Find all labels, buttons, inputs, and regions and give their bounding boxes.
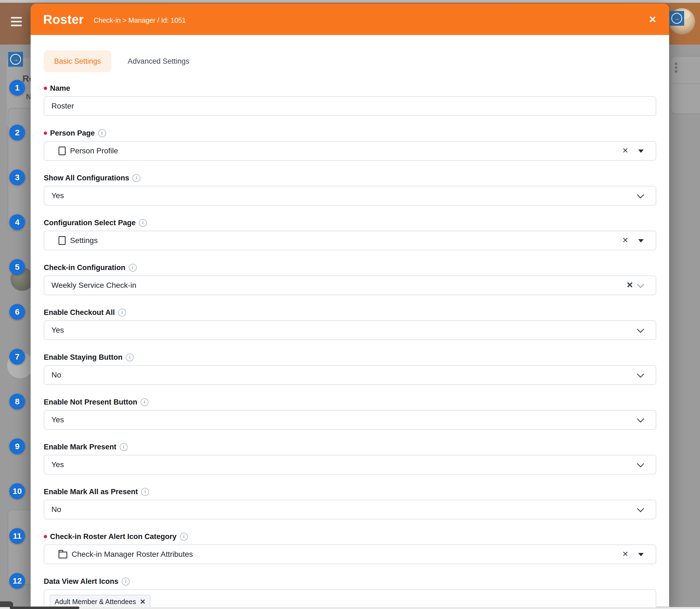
settings-tabs: Basic Settings Advanced Settings [44, 50, 656, 72]
info-icon[interactable]: i [120, 443, 128, 451]
enable-mark-all-as-present-select[interactable]: No [44, 500, 656, 519]
step-marker: 5 [9, 259, 25, 275]
clear-icon[interactable]: ✕ [622, 237, 628, 244]
step-marker: 1 [9, 80, 25, 96]
person-page-picker[interactable]: Person Profile ✕ [44, 141, 656, 161]
page-icon [58, 146, 66, 155]
modal-header: Roster Check-in > Manager / Id: 1051 ✕ [31, 3, 669, 35]
caret-down-icon[interactable] [638, 239, 644, 242]
required-dot [44, 535, 47, 538]
required-dot [44, 87, 47, 90]
chevron-down-icon [637, 326, 644, 333]
info-icon[interactable]: i [180, 533, 188, 541]
info-icon[interactable]: i [129, 264, 137, 272]
field-label: Name [50, 84, 70, 93]
folder-icon [58, 552, 67, 558]
modal-body: Basic Settings Advanced Settings 1 Name … [31, 35, 669, 609]
info-icon[interactable]: i [141, 488, 149, 496]
tour-step-badge: → [669, 11, 684, 26]
clear-icon[interactable]: ✕ [627, 281, 633, 289]
circle-arrow-right-icon: → [10, 54, 21, 65]
close-icon[interactable]: ✕ [649, 15, 657, 24]
caret-down-icon[interactable] [638, 553, 644, 556]
field-label: Check-in Configuration [44, 263, 125, 272]
chevron-down-icon [637, 460, 644, 467]
step-marker: 8 [9, 394, 25, 410]
name-input[interactable]: Roster [44, 96, 656, 116]
info-icon[interactable]: i [118, 309, 126, 316]
info-icon[interactable]: i [139, 219, 147, 227]
field-label: Enable Checkout All [44, 308, 115, 317]
step-marker: 9 [9, 438, 25, 454]
field-enable-staying-button: 7 Enable Staying Button i No [44, 353, 656, 385]
field-label: Enable Mark All as Present [44, 488, 138, 496]
chevron-down-icon [637, 281, 644, 288]
step-marker: 2 [9, 125, 25, 140]
browser-top-edge [0, 0, 700, 3]
enable-checkout-all-select[interactable]: Yes [44, 320, 656, 340]
enable-mark-present-select[interactable]: Yes [44, 455, 656, 474]
kebab-menu-icon [675, 63, 677, 74]
clear-icon[interactable]: ✕ [622, 147, 628, 154]
field-person-page: 2 Person Page i Person Profile ✕ [44, 128, 656, 161]
horizontal-scrollbar-thumb[interactable] [10, 607, 79, 609]
step-marker: 3 [9, 170, 25, 185]
enable-not-present-button-select[interactable]: Yes [44, 410, 656, 430]
hamburger-menu-icon[interactable] [11, 17, 22, 26]
field-label: Enable Staying Button [44, 353, 122, 362]
background-divider [670, 83, 700, 84]
step-marker: 10 [9, 483, 25, 499]
field-label: Check-in Roster Alert Icon Category [50, 533, 177, 541]
chevron-down-icon [637, 505, 644, 512]
enable-staying-button-select[interactable]: No [44, 365, 656, 385]
info-icon[interactable]: i [126, 353, 134, 361]
data-view-alert-icons-input[interactable]: Adult Member & Attendees ✕ [44, 589, 656, 609]
field-show-all-configurations: 3 Show All Configurations i Yes [44, 173, 656, 206]
configuration-select-page-picker[interactable]: Settings ✕ [44, 231, 656, 250]
show-all-configurations-select[interactable]: Yes [44, 186, 656, 206]
chevron-down-icon [637, 191, 644, 198]
field-label: Show All Configurations [44, 174, 129, 182]
field-label: Person Page [50, 129, 95, 138]
field-enable-mark-present: 9 Enable Mark Present i Yes [44, 442, 656, 474]
caret-down-icon[interactable] [638, 150, 644, 153]
field-label: Enable Mark Present [44, 443, 117, 451]
roster-settings-modal: Roster Check-in > Manager / Id: 1051 ✕ B… [31, 3, 669, 607]
field-label: Configuration Select Page [44, 219, 136, 227]
field-enable-checkout-all: 6 Enable Checkout All i Yes [44, 308, 656, 340]
chevron-down-icon [637, 370, 644, 378]
horizontal-scrollbar-track [0, 607, 700, 609]
step-marker: 7 [9, 349, 25, 365]
tag-remove-icon[interactable]: ✕ [140, 598, 146, 605]
field-name: 1 Name Roster [44, 84, 656, 116]
step-marker: 6 [9, 304, 25, 320]
tab-advanced-settings[interactable]: Advanced Settings [117, 50, 200, 72]
circle-arrow-right-icon: → [671, 13, 682, 24]
field-enable-not-present-button: 8 Enable Not Present Button i Yes [44, 397, 656, 430]
alert-icon-category-picker[interactable]: Check-in Manager Roster Attributes ✕ [44, 544, 656, 564]
info-icon[interactable]: i [122, 578, 130, 586]
field-label: Data View Alert Icons [44, 577, 118, 586]
info-icon[interactable]: i [132, 174, 140, 182]
modal-title: Roster [43, 12, 84, 27]
step-marker: 11 [9, 528, 25, 544]
checkin-configuration-combo[interactable]: Weekly Service Check-in ✕ [44, 276, 656, 295]
breadcrumb: Check-in > Manager / Id: 1051 [94, 16, 186, 24]
field-enable-mark-all-as-present: 10 Enable Mark All as Present i No [44, 487, 656, 519]
field-data-view-alert-icons: 12 Data View Alert Icons i Adult Member … [44, 577, 656, 609]
chevron-down-icon [637, 415, 644, 422]
field-configuration-select-page: 4 Configuration Select Page i Settings ✕ [44, 218, 656, 250]
info-icon[interactable]: i [98, 129, 106, 137]
field-checkin-configuration: 5 Check-in Configuration i Weekly Servic… [44, 263, 656, 295]
required-dot [44, 132, 47, 135]
tab-basic-settings[interactable]: Basic Settings [44, 50, 111, 72]
clear-icon[interactable]: ✕ [622, 551, 628, 558]
field-checkin-roster-alert-icon-category: 11 Check-in Roster Alert Icon Category i… [44, 532, 656, 564]
info-icon[interactable]: i [140, 398, 149, 406]
tour-step-badge: → [8, 52, 23, 67]
step-marker: 12 [9, 573, 25, 589]
step-marker: 4 [9, 214, 25, 230]
page-icon [58, 236, 66, 245]
field-label: Enable Not Present Button [44, 398, 137, 406]
